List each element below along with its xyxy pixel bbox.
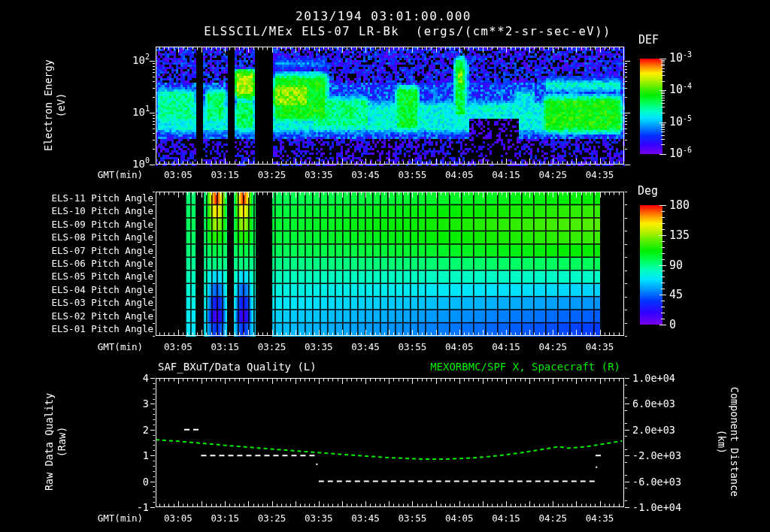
spectrogram-y-axis-label: Electron Energy (eV) (42, 59, 68, 151)
time-tick-label: 03:55 (391, 169, 433, 181)
spectrogram-y-axis-label-line1: Electron Energy (42, 59, 55, 151)
pitch-row-label: ELS-07 Pitch Angle (44, 245, 153, 257)
pitch-row-label: ELS-01 Pitch Angle (44, 323, 153, 335)
pitch-row-label: ELS-06 Pitch Angle (44, 258, 153, 270)
page-subtitle: ELSSCIL/MEx ELS-07 LR-Bk (ergs/(cm**2-sr… (204, 25, 611, 38)
time-tick-label: 03:55 (391, 512, 433, 524)
def-cbar-tick-label: 10-5 (669, 116, 692, 128)
distance-y-axis-label-line1: Component Distance (728, 387, 741, 497)
time-tick-label: 04:35 (579, 512, 621, 524)
distance-tick-label: -6.0e+03 (632, 476, 688, 488)
distance-tick-label: -2.0e+03 (632, 449, 688, 461)
def-colorbar-title: DEF (638, 33, 659, 47)
quality-right-title: MEXORBMC/SPF X, Spacecraft (R) (376, 361, 620, 373)
gmt-label-spectrogram: GMT(min) (83, 169, 143, 181)
time-tick-label: 03:25 (251, 169, 293, 181)
pitch-row-label: ELS-09 Pitch Angle (44, 219, 153, 231)
def-cbar-tick-label: 10-6 (669, 147, 692, 159)
pitch-row-label: ELS-03 Pitch Angle (44, 297, 153, 309)
distance-tick-label: 1.0e+04 (632, 372, 688, 384)
time-tick-label: 03:35 (298, 512, 340, 524)
time-tick-label: 03:05 (157, 169, 199, 181)
distance-tick-label: -1.0e+04 (632, 501, 688, 513)
distance-y-axis-label: Component Distance (km) (715, 387, 741, 497)
pitch-row-label: ELS-10 Pitch Angle (44, 205, 153, 217)
deg-cbar-tick-label: 180 (669, 199, 690, 211)
distance-y-axis-label-line2: (km) (715, 387, 728, 497)
pitch-row-label: ELS-04 Pitch Angle (44, 284, 153, 296)
quality-y-axis-label-line1: Raw Data Quality (43, 393, 56, 491)
def-cbar-tick-label: 10-3 (669, 52, 692, 64)
time-tick-label: 04:05 (438, 169, 480, 181)
quality-tick-label: 4 (119, 372, 149, 384)
pitch-row-label: ELS-02 Pitch Angle (44, 310, 153, 322)
deg-cbar-tick-label: 45 (669, 289, 683, 301)
energy-tick-label: 101 (113, 106, 150, 118)
time-tick-label: 03:25 (251, 512, 293, 524)
time-tick-label: 03:35 (298, 169, 340, 181)
pitch-row-label: ELS-11 Pitch Angle (44, 192, 153, 204)
energy-tick-label: 102 (113, 54, 150, 66)
gmt-label-quality: GMT(min) (83, 512, 143, 524)
pitch-row-label: ELS-05 Pitch Angle (44, 271, 153, 283)
time-tick-label: 03:45 (344, 341, 387, 353)
quality-tick-label: 0 (119, 476, 149, 488)
energy-tick-label: 100 (113, 158, 150, 170)
deg-colorbar-title: Deg (638, 184, 658, 198)
time-tick-label: 04:05 (438, 341, 480, 353)
quality-tick-label: 3 (119, 397, 149, 410)
time-tick-label: 04:35 (579, 341, 621, 353)
time-tick-label: 04:15 (485, 169, 527, 181)
quality-tick-label: 2 (119, 424, 149, 436)
time-tick-label: 04:05 (438, 512, 480, 524)
page-title: 2013/194 03:01:00.000 (296, 9, 471, 23)
time-tick-label: 04:25 (532, 512, 574, 524)
time-tick-label: 03:55 (391, 341, 433, 353)
time-tick-label: 03:15 (204, 512, 246, 524)
time-tick-label: 03:35 (298, 341, 340, 353)
def-cbar-tick-label: 10-4 (669, 83, 692, 95)
time-tick-label: 03:15 (204, 169, 246, 181)
quality-y-axis-label-line2: (Raw) (56, 393, 68, 491)
time-tick-label: 03:25 (251, 341, 293, 353)
deg-cbar-tick-label: 0 (669, 319, 676, 331)
time-tick-label: 03:05 (157, 512, 199, 524)
time-tick-label: 03:15 (204, 341, 246, 353)
spectrogram-y-axis-label-line2: (eV) (55, 59, 68, 151)
gmt-label-pitch: GMT(min) (83, 341, 143, 353)
time-tick-label: 04:15 (485, 341, 527, 353)
deg-cbar-tick-label: 135 (669, 229, 690, 241)
time-tick-label: 04:35 (579, 169, 621, 181)
time-tick-label: 04:15 (485, 512, 527, 524)
deg-cbar-tick-label: 90 (669, 259, 683, 271)
quality-tick-label: -1 (119, 501, 149, 513)
quality-tick-label: 1 (119, 449, 149, 461)
distance-tick-label: 6.0e+03 (632, 397, 688, 410)
labels-layer: 2013/194 03:01:00.000 ELSSCIL/MEx ELS-07… (0, 0, 770, 532)
distance-tick-label: 2.0e+03 (632, 424, 688, 436)
time-tick-label: 03:05 (157, 341, 199, 353)
time-tick-label: 03:45 (344, 512, 387, 524)
time-tick-label: 04:25 (532, 169, 574, 181)
pitch-row-label: ELS-08 Pitch Angle (44, 231, 153, 243)
time-tick-label: 03:45 (344, 169, 387, 181)
quality-left-title: SAF_BXuT/Data Quality (L) (158, 361, 317, 373)
time-tick-label: 04:25 (532, 341, 574, 353)
quality-y-axis-label: Raw Data Quality (Raw) (43, 393, 68, 491)
